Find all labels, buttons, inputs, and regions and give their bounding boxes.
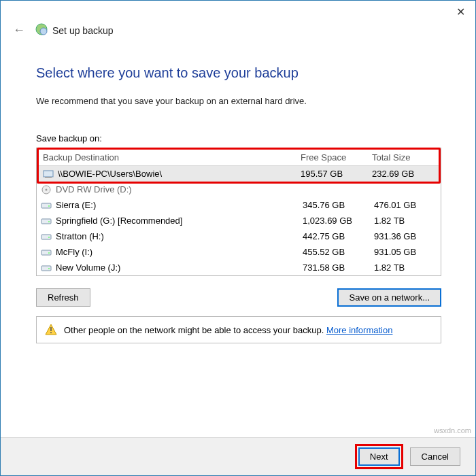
- svg-point-7: [48, 205, 50, 207]
- row-name: DVD RW Drive (D:): [56, 184, 132, 194]
- wizard-title: Set up backup: [52, 25, 114, 36]
- list-row[interactable]: Stratton (H:) 442.75 GB 931.36 GB: [37, 228, 441, 244]
- list-row[interactable]: McFly (I:) 455.52 GB 931.05 GB: [37, 244, 441, 260]
- more-information-link[interactable]: More information: [326, 325, 393, 335]
- list-row[interactable]: DVD RW Drive (D:): [37, 184, 441, 197]
- list-row-selected[interactable]: \\BOWIE-PC\Users\Bowie\ 195.57 GB 232.69…: [39, 166, 439, 182]
- warning-panel: Other people on the network might be abl…: [36, 316, 441, 343]
- svg-point-1: [40, 28, 47, 35]
- row-free: 345.76 GB: [303, 200, 374, 210]
- row-name: Springfield (G:) [Recommended]: [56, 216, 182, 226]
- svg-point-13: [48, 252, 50, 254]
- row-free: 731.58 GB: [303, 262, 374, 273]
- disc-drive-icon: [41, 185, 52, 194]
- warning-message: Other people on the network might be abl…: [64, 325, 324, 335]
- row-total: 1.82 TB: [374, 216, 435, 226]
- svg-rect-6: [41, 203, 51, 208]
- row-total: 476.01 GB: [374, 200, 435, 210]
- svg-rect-2: [44, 171, 53, 177]
- row-name: Stratton (H:): [56, 231, 104, 241]
- col-free[interactable]: Free Space: [301, 152, 372, 163]
- page-heading: Select where you want to save your backu…: [36, 65, 441, 81]
- list-row[interactable]: Springfield (G:) [Recommended] 1,023.69 …: [37, 213, 441, 228]
- svg-point-15: [48, 268, 50, 269]
- hdd-icon: [41, 248, 52, 257]
- svg-rect-17: [50, 327, 52, 331]
- next-button[interactable]: Next: [358, 447, 400, 466]
- col-destination[interactable]: Backup Destination: [43, 152, 301, 163]
- svg-rect-14: [41, 266, 51, 271]
- row-name: New Volume (J:): [56, 262, 120, 273]
- row-total: 931.36 GB: [374, 231, 435, 241]
- warning-text: Other people on the network might be abl…: [64, 325, 392, 335]
- network-drive-icon: [43, 169, 54, 179]
- close-icon[interactable]: ✕: [445, 1, 475, 22]
- row-total: 232.69 GB: [372, 169, 433, 179]
- svg-rect-3: [45, 177, 52, 178]
- warning-icon: [45, 324, 57, 336]
- svg-point-5: [46, 188, 48, 190]
- list-row[interactable]: Sierra (E:) 345.76 GB 476.01 GB: [37, 197, 441, 213]
- svg-point-9: [48, 221, 50, 222]
- destination-list: Backup Destination Free Space Total Size…: [36, 148, 441, 276]
- svg-rect-8: [41, 219, 51, 224]
- row-total: 931.05 GB: [374, 247, 435, 257]
- save-on-network-button[interactable]: Save on a network...: [337, 288, 441, 307]
- cancel-button[interactable]: Cancel: [410, 447, 460, 466]
- list-row[interactable]: New Volume (J:) 731.58 GB 1.82 TB: [37, 260, 441, 275]
- next-highlight: Next: [355, 444, 403, 469]
- svg-rect-18: [50, 332, 52, 333]
- footer-bar: Next Cancel: [1, 437, 475, 475]
- row-free: 195.57 GB: [301, 169, 372, 179]
- wizard-icon: [35, 22, 48, 38]
- hdd-icon: [41, 263, 52, 273]
- recommendation-text: We recommend that you save your backup o…: [36, 96, 441, 106]
- row-name: Sierra (E:): [56, 200, 96, 210]
- selection-highlight: Backup Destination Free Space Total Size…: [37, 148, 441, 184]
- svg-rect-10: [41, 235, 51, 239]
- hdd-icon: [41, 201, 52, 210]
- list-label: Save backup on:: [36, 133, 441, 143]
- row-free: 442.75 GB: [303, 231, 374, 241]
- svg-point-11: [48, 237, 50, 238]
- row-total: 1.82 TB: [374, 262, 435, 273]
- refresh-button[interactable]: Refresh: [36, 288, 90, 307]
- row-free: 1,023.69 GB: [303, 216, 374, 226]
- hdd-icon: [41, 216, 52, 226]
- hdd-icon: [41, 232, 52, 241]
- row-name: McFly (I:): [56, 247, 92, 257]
- svg-rect-12: [41, 250, 51, 255]
- back-icon[interactable]: ←: [13, 23, 25, 37]
- row-free: 455.52 GB: [303, 247, 374, 257]
- list-header-row: Backup Destination Free Space Total Size: [39, 150, 439, 166]
- watermark-text: wsxdn.com: [434, 426, 471, 435]
- col-total[interactable]: Total Size: [372, 152, 433, 163]
- row-name: \\BOWIE-PC\Users\Bowie\: [58, 169, 162, 179]
